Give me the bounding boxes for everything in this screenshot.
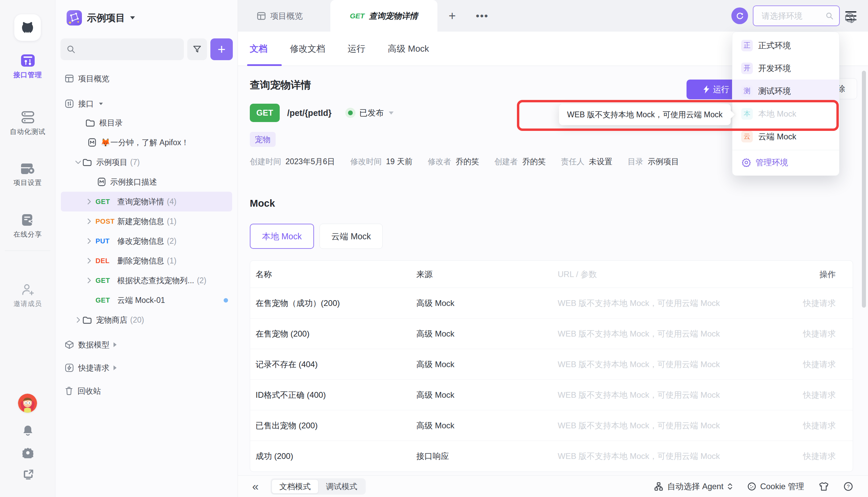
env-option-测试环境[interactable]: 测测试环境 [733,80,839,102]
tree-item-section[interactable]: 回收站 [61,379,232,402]
tree-chevron-icon[interactable] [74,159,83,166]
tree-item-item[interactable]: 项目概览 [61,69,232,88]
tree-endpoint-del[interactable]: DEL删除宠物信息(1) [61,251,232,271]
user-avatar[interactable] [18,394,37,413]
tag-pill[interactable]: 宠物 [250,132,276,147]
env-option-开发环境[interactable]: 开开发环境 [733,57,839,80]
manage-environments[interactable]: 管理环境 [733,152,839,173]
project-switcher[interactable]: 示例项目 [67,10,135,26]
tree-item-folder[interactable]: 示例项目(7) [61,152,232,172]
quick-request-link[interactable]: 快捷请求 [764,359,853,370]
quick-request-link[interactable]: 快捷请求 [764,328,853,339]
history-edit-icon[interactable] [842,10,857,25]
screen-share-icon[interactable] [23,469,34,480]
rail-item-automated-testing[interactable]: 自动化测试 [0,111,55,136]
tree-item-section[interactable]: 快捷请求 [61,356,232,379]
add-button[interactable]: + [211,39,233,60]
tab-more-button[interactable]: ••• [476,0,489,32]
tree-item-folder[interactable]: 根目录 [61,113,232,132]
mode-调试模式[interactable]: 调试模式 [318,479,365,494]
explorer-search[interactable] [60,39,184,60]
updown-chevron-icon [728,483,733,489]
tree-row-label: 示例接口描述 [110,177,157,187]
rail-item-invite-members[interactable]: 邀请成员 [0,283,55,308]
tree-chevron-icon[interactable] [85,198,93,205]
settings-gear-icon[interactable] [23,448,33,458]
tab-label: 项目概览 [270,11,303,22]
tshirt-theme-icon[interactable] [819,482,828,491]
subtab-运行[interactable]: 运行 [348,32,365,66]
sync-icon [735,11,744,21]
dropdown-divider [733,150,839,150]
local-mock-tooltip: WEB 版不支持本地 Mock，可使用云端 Mock [559,104,731,125]
rail-item-online-share[interactable]: 在线分享 [0,213,55,239]
env-badge: 正 [741,40,753,51]
tree-endpoint-get[interactable]: GET云端 Mock-01 [61,290,232,310]
notifications-bell-icon[interactable] [23,425,33,437]
tab-method: GET [350,12,364,20]
mode-文档模式[interactable]: 文档模式 [272,479,318,494]
cookie-manager[interactable]: Cookie 管理 [747,481,804,492]
automated-testing-icon [20,111,36,124]
environment-selector[interactable] [753,5,840,26]
env-option-云端 Mock[interactable]: 云云端 Mock [733,125,839,148]
search-input[interactable] [79,45,178,54]
vertical-scrollbar[interactable] [862,71,866,308]
env-option-正式环境[interactable]: 正正式环境 [733,34,839,57]
subtab-修改文档[interactable]: 修改文档 [290,32,325,66]
publish-status-dropdown[interactable]: 已发布 [345,108,393,118]
collapse-sidebar-icon[interactable]: « [252,480,259,493]
mock-toggle-本地 Mock[interactable]: 本地 Mock [250,224,314,249]
rail-item-project-settings[interactable]: 项目设置 [0,161,55,187]
overview-grid-icon [257,11,266,21]
quick-request-link[interactable]: 快捷请求 [764,420,853,431]
tree-item-item[interactable]: 接口 [61,95,232,113]
tree-endpoint-get[interactable]: GET根据状态查找宠物列...(2) [61,271,232,290]
subtab-文档[interactable]: 文档 [250,32,267,66]
tree-chevron-icon[interactable] [85,257,93,264]
tree-item-doc[interactable]: 🦊一分钟，了解 Apifox！ [61,132,232,152]
meta-value: 乔的笑 [456,156,479,167]
apifox-logo[interactable] [14,14,41,41]
table-row: 在售宠物（成功）(200)高级 MockWEB 版不支持本地 Mock，可使用云… [250,288,853,318]
env-option-本地 Mock[interactable]: 本本地 Mock [733,102,839,125]
table-header-cell: 名称 [256,269,416,280]
published-dot-icon [345,108,356,118]
quick-request-link[interactable]: 快捷请求 [764,298,853,309]
tree-chevron-icon[interactable] [85,218,93,225]
quick-request-link[interactable]: 快捷请求 [764,389,853,400]
env-sync-button[interactable] [732,8,748,24]
tab-active-endpoint[interactable]: GET 查询宠物详情 [330,0,437,32]
filter-button[interactable] [187,39,207,60]
agent-selector[interactable]: 自动选择 Agent [654,481,732,492]
cell-url-disabled: WEB 版不支持本地 Mock，可使用云端 Mock [558,359,764,370]
tree-row-label: 根目录 [99,118,123,128]
subtab-高级 Mock[interactable]: 高级 Mock [388,32,429,66]
tree-item-doc[interactable]: 示例接口描述 [61,172,232,192]
tree-row-label: 快捷请求 [78,363,110,373]
cell-url-disabled: WEB 版不支持本地 Mock，可使用云端 Mock [558,298,764,309]
help-icon[interactable]: ? [843,482,853,491]
tree-chevron-icon[interactable] [74,316,83,323]
tree-item-section[interactable]: 数据模型 [61,333,232,356]
tree-row-label: 删除宠物信息 [117,256,164,266]
tree-endpoint-get[interactable]: GET查询宠物详情(4) [61,192,232,211]
tree-row-count: (20) [130,315,144,325]
tree-chevron-icon[interactable] [85,277,93,284]
table-row: 已售出宠物 (200)高级 MockWEB 版不支持本地 Mock，可使用云端 … [250,410,853,441]
table-header-cell: 来源 [416,269,558,280]
quick-request-link[interactable]: 快捷请求 [764,451,853,462]
rail-item-api-management[interactable]: 接口管理 [0,54,55,80]
env-badge: 测 [741,85,753,97]
environment-input[interactable] [762,11,823,21]
tab-project-overview[interactable]: 项目概览 [257,0,303,32]
new-tab-button[interactable]: + [449,0,456,32]
cell-url-disabled: WEB 版不支持本地 Mock，可使用云端 Mock [558,389,764,400]
tree-endpoint-post[interactable]: POST新建宠物信息(1) [61,211,232,231]
tree-item-folder[interactable]: 宠物商店(20) [61,310,232,330]
method-label: DEL [96,257,117,265]
tree-chevron-icon[interactable] [85,297,93,303]
mock-toggle-云端 Mock[interactable]: 云端 Mock [319,224,383,249]
tree-chevron-icon[interactable] [85,238,93,244]
tree-endpoint-put[interactable]: PUT修改宠物信息(2) [61,231,232,251]
